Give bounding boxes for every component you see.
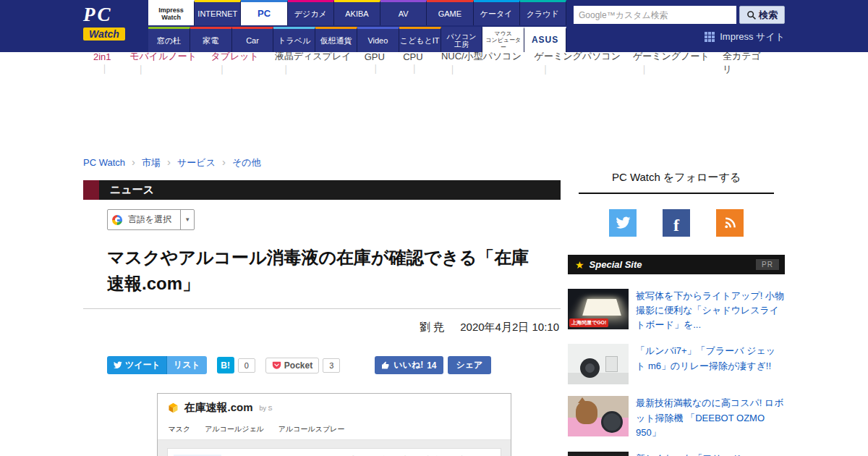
search-button-label: 検索	[759, 9, 778, 22]
pocket-button[interactable]: Pocket	[265, 358, 319, 373]
list-button[interactable]: リスト	[166, 356, 207, 374]
sidebar-article-list: 上海問屋でGO! 被写体を下からライトアップ! 小物撮影に便利な「シャドウレスラ…	[568, 289, 785, 456]
pocket-count: 3	[323, 358, 340, 373]
nav-tab-pckoubou[interactable]: パソコン 工房	[441, 27, 483, 52]
breadcrumb: PC Watch市場サービスその他	[83, 156, 561, 169]
article-thumbnail-roomba[interactable]	[568, 344, 629, 384]
nav-tab-impress-watch[interactable]: Impress Watch	[148, 0, 195, 25]
subnav-gpu[interactable]: GPU	[365, 51, 403, 75]
impress-sites-link[interactable]: Impress サイト	[574, 30, 785, 43]
sidebar-article: 「ルンバi7+」「ブラーバ ジェット m6」のリレー掃除が凄すぎ!!	[568, 344, 785, 384]
facebook-f-icon: f	[673, 216, 679, 234]
logo-pc-text: PC	[83, 4, 144, 26]
embed-tabs: マスク アルコールジェル アルコールスプレー	[158, 421, 511, 440]
embed-product-card: 送料無料 マスク 使い捨て マスク 不織布3層式 ウイルス対策 50枚入 花粉症…	[167, 448, 501, 456]
search-input[interactable]	[574, 6, 736, 24]
subnav-cpu[interactable]: CPU	[403, 51, 441, 75]
article-thumbnail-deebot[interactable]	[568, 396, 629, 436]
nav-tab-digicame[interactable]: デジカメ	[288, 0, 334, 25]
pr-badge: PR	[756, 259, 779, 270]
nav-tab-keitai[interactable]: ケータイ	[474, 0, 520, 25]
magnifier-icon	[746, 10, 757, 20]
category-subnav: 2in1 モバイルノート タブレット 液晶ディスプレイ GPU CPU NUC/…	[0, 52, 868, 74]
nav-tab-travel[interactable]: トラベル	[273, 27, 315, 52]
nav-tab-video[interactable]: Video	[357, 27, 399, 52]
facebook-share-button[interactable]: シェア	[448, 356, 492, 374]
subnav-all-categories[interactable]: 全カテゴリ	[723, 50, 766, 76]
subnav-2in1[interactable]: 2in1	[93, 51, 129, 75]
article-thumbnail-lightboard[interactable]: 上海問屋でGO!	[568, 289, 629, 329]
nav-tab-cloud[interactable]: クラウド	[520, 0, 566, 25]
tweet-button-label: ツイート	[125, 359, 161, 371]
follow-box: PC Watch をフォローする f	[568, 156, 785, 255]
nav-tab-kaden[interactable]: 家電	[190, 27, 232, 52]
news-section-label: ニュース	[110, 183, 154, 197]
sidebar-article: 新しくなった「フリード+」	[568, 452, 785, 456]
nav-tab-pc[interactable]: PC	[241, 0, 287, 25]
sidebar: PC Watch をフォローする f ★ Special Site PR	[568, 156, 785, 456]
impress-sites-label: Impress サイト	[720, 30, 785, 43]
rss-icon	[723, 216, 737, 230]
rss-follow-button[interactable]	[716, 209, 744, 237]
subnav-tablet[interactable]: タブレット	[210, 50, 274, 76]
nav-tab-car[interactable]: Car	[232, 27, 274, 52]
nav-tab-mouse-computer[interactable]: マウス コンピューター	[482, 27, 524, 52]
social-share-row: ツイート リスト B! 0 Pocket 3	[107, 356, 561, 374]
lightboard-art	[582, 299, 621, 316]
pcwatch-logo[interactable]: PC Watch	[83, 0, 144, 52]
article-title: マスクやアルコール消毒液の在庫が確認できる「在庫速報.com」	[107, 245, 544, 297]
article-thumbnail-freed[interactable]	[568, 452, 629, 456]
hatena-count: 0	[238, 358, 255, 373]
subnav-gaming-pc[interactable]: ゲーミングパソコン	[535, 50, 633, 76]
article-date: 2020年4月2日 10:10	[460, 321, 559, 333]
thumbs-up-icon	[381, 361, 390, 370]
subnav-nuc[interactable]: NUC/小型パソコン	[441, 50, 535, 76]
follow-underline	[579, 193, 774, 194]
impress-site-nav: Impress Watch INTERNET PC デジカメ AKIBA AV …	[148, 0, 566, 52]
nav-tab-akiba[interactable]: AKIBA	[334, 0, 380, 25]
site-header: PC Watch Impress Watch INTERNET PC デジカメ …	[0, 0, 868, 52]
subnav-lcd[interactable]: 液晶ディスプレイ	[275, 50, 365, 76]
title-divider	[83, 308, 561, 309]
subnav-mobile-note[interactable]: モバイルノート	[129, 50, 210, 76]
breadcrumb-market[interactable]: 市場	[125, 157, 161, 168]
twitter-follow-button[interactable]	[609, 209, 637, 237]
logo-watch-text: Watch	[83, 28, 125, 41]
breadcrumb-pcwatch[interactable]: PC Watch	[83, 157, 125, 168]
nav-tab-madonomori[interactable]: 窓の杜	[148, 27, 190, 52]
language-select-widget[interactable]: 言語を選択 ▼	[107, 209, 195, 230]
pocket-icon	[272, 360, 281, 370]
breadcrumb-other[interactable]: その他	[216, 157, 261, 168]
tweet-button[interactable]: ツイート	[107, 356, 166, 374]
nav-tab-av[interactable]: AV	[380, 0, 427, 25]
chevron-down-icon: ▼	[180, 210, 194, 229]
header-search-area: 検索 Impress サイト	[574, 0, 785, 52]
sidebar-article-link[interactable]: 「ルンバi7+」「ブラーバ ジェット m6」のリレー掃除が凄すぎ!!	[636, 344, 785, 384]
nav-tab-asus[interactable]: ASUS	[524, 27, 566, 52]
breadcrumb-service[interactable]: サービス	[161, 157, 216, 168]
nav-row-2: 窓の杜 家電 Car トラベル 仮想通貨 Video こどもとIT パソコン 工…	[148, 27, 566, 52]
embed-site-header: 在庫速報.com by S	[158, 394, 511, 421]
nav-tab-game[interactable]: GAME	[427, 0, 473, 25]
hatena-bookmark-button[interactable]: B!	[217, 357, 234, 373]
language-select-label: 言語を選択	[125, 210, 180, 229]
facebook-like-button[interactable]: いいね! 14	[375, 356, 443, 374]
nav-tab-internet[interactable]: INTERNET	[195, 0, 241, 25]
embed-tab-gel: アルコールジェル	[205, 424, 264, 434]
sidebar-article-link[interactable]: 新しくなった「フリード+」	[636, 452, 756, 456]
ad-space	[0, 74, 868, 156]
grid-icon	[705, 32, 715, 42]
pocket-button-label: Pocket	[284, 360, 312, 371]
sidebar-article: 上海問屋でGO! 被写体を下からライトアップ! 小物撮影に便利な「シャドウレスラ…	[568, 289, 785, 332]
article-image-zaiko-sokuho-screenshot[interactable]: 在庫速報.com by S マスク アルコールジェル アルコールスプレー 送料無…	[157, 393, 511, 456]
nav-tab-crypto[interactable]: 仮想通貨	[315, 27, 357, 52]
article-author: 劉 尭	[420, 321, 444, 333]
news-section-bar: ニュース	[83, 180, 561, 200]
facebook-follow-button[interactable]: f	[663, 209, 690, 237]
google-translate-icon	[112, 215, 122, 225]
nav-tab-kodomo-it[interactable]: こどもとIT	[399, 27, 441, 52]
sidebar-article-link[interactable]: 被写体を下からライトアップ! 小物撮影に便利な「シャドウレスライトボード」を..…	[636, 289, 785, 332]
sidebar-article-link[interactable]: 最新技術満載なのに高コスパ! ロボット掃除機 「DEEBOT OZMO 950」	[636, 396, 785, 439]
search-button[interactable]: 検索	[739, 6, 785, 24]
subnav-gaming-note[interactable]: ゲーミングノート	[633, 50, 723, 76]
